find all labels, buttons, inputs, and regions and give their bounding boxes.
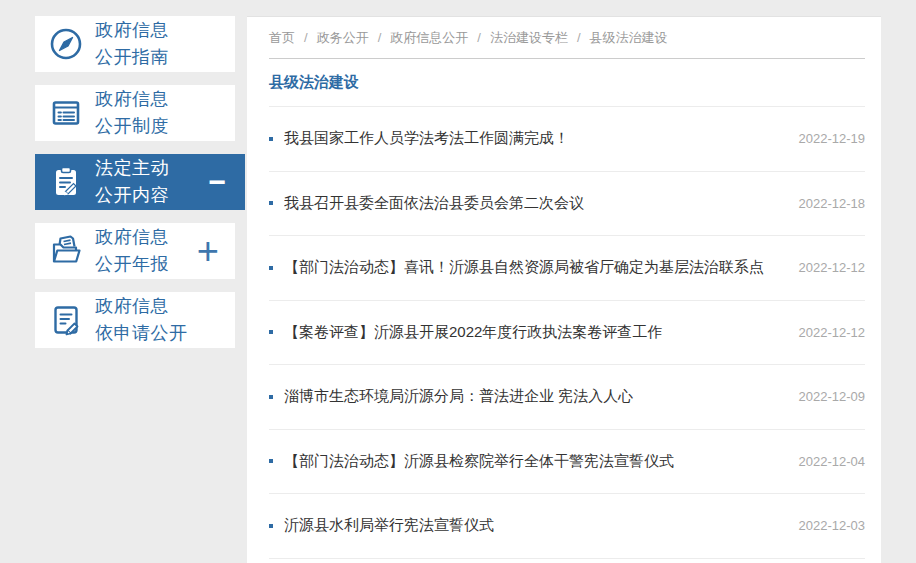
breadcrumb-home[interactable]: 首页 xyxy=(269,29,295,47)
breadcrumb-rule-of-law-column[interactable]: 法治建设专栏 xyxy=(490,29,568,47)
breadcrumb-current-page: 县级法治建设 xyxy=(590,29,668,47)
page-title: 县级法治建设 xyxy=(269,73,359,92)
article-title: 我县召开县委全面依法治县委员会第二次会议 xyxy=(284,194,785,213)
sidebar-item-label: 政府信息 公开指南 xyxy=(95,17,169,71)
sidebar-item-disclosure-on-request[interactable]: 政府信息 依申请公开 xyxy=(35,292,235,348)
sidebar-item-statutory-active-disclosure[interactable]: 法定主动 公开内容 − xyxy=(35,154,245,210)
article-date: 2022-12-04 xyxy=(799,454,866,469)
bullet-icon xyxy=(269,266,273,270)
sidebar-item-label: 法定主动 公开内容 xyxy=(95,155,169,209)
document-list-icon xyxy=(46,93,86,133)
section-header: 县级法治建设 xyxy=(269,59,865,107)
breadcrumb-separator: / xyxy=(304,30,308,45)
sidebar-item-disclosure-system[interactable]: 政府信息 公开制度 xyxy=(35,85,235,141)
expand-icon[interactable]: + xyxy=(197,232,219,270)
article-row[interactable]: 我县召开县委全面依法治县委员会第二次会议 2022-12-18 xyxy=(269,172,865,237)
content-panel: 首页 / 政务公开 / 政府信息公开 / 法治建设专栏 / 县级法治建设 县级法… xyxy=(247,16,881,563)
article-date: 2022-12-03 xyxy=(799,518,866,533)
sidebar-item-label: 政府信息 公开制度 xyxy=(95,86,169,140)
sidebar-item-annual-report[interactable]: 政府信息 公开年报 + xyxy=(35,223,235,279)
article-date: 2022-12-18 xyxy=(799,196,866,211)
breadcrumb: 首页 / 政务公开 / 政府信息公开 / 法治建设专栏 / 县级法治建设 xyxy=(269,17,865,59)
article-date: 2022-12-09 xyxy=(799,389,866,404)
article-date: 2022-12-19 xyxy=(799,131,866,146)
article-row[interactable]: 淄博市生态环境局沂源分局：普法进企业 宪法入人心 2022-12-09 xyxy=(269,365,865,430)
bullet-icon xyxy=(269,459,273,463)
article-title: 我县国家工作人员学法考法工作圆满完成！ xyxy=(284,129,785,148)
sidebar-item-label: 政府信息 公开年报 xyxy=(95,224,169,278)
breadcrumb-government-affairs[interactable]: 政务公开 xyxy=(317,29,369,47)
bullet-icon xyxy=(269,524,273,528)
breadcrumb-information-disclosure[interactable]: 政府信息公开 xyxy=(390,29,468,47)
bullet-icon xyxy=(269,201,273,205)
bullet-icon xyxy=(269,137,273,141)
article-date: 2022-12-12 xyxy=(799,325,866,340)
sidebar-item-disclosure-guide[interactable]: 政府信息 公开指南 xyxy=(35,16,235,72)
article-title: 【部门法治动态】沂源县检察院举行全体干警宪法宣誓仪式 xyxy=(284,452,785,471)
bullet-icon xyxy=(269,395,273,399)
article-row[interactable]: 【部门法治动态】喜讯！沂源县自然资源局被省厅确定为基层法治联系点 2022-12… xyxy=(269,236,865,301)
breadcrumb-separator: / xyxy=(378,30,382,45)
breadcrumb-separator: / xyxy=(577,30,581,45)
article-list: 我县国家工作人员学法考法工作圆满完成！ 2022-12-19 我县召开县委全面依… xyxy=(269,107,865,559)
article-row[interactable]: 【案卷评查】沂源县开展2022年度行政执法案卷评查工作 2022-12-12 xyxy=(269,301,865,366)
article-title: 沂源县水利局举行宪法宣誓仪式 xyxy=(284,516,785,535)
collapse-icon[interactable]: − xyxy=(208,167,226,197)
article-title: 【案卷评查】沂源县开展2022年度行政执法案卷评查工作 xyxy=(284,323,785,342)
clipboard-pencil-icon xyxy=(46,162,86,202)
article-date: 2022-12-12 xyxy=(799,260,866,275)
sidebar: 政府信息 公开指南 政府信息 公开制度 法定 xyxy=(35,16,247,361)
document-edit-icon xyxy=(46,300,86,340)
sidebar-item-label: 政府信息 依申请公开 xyxy=(95,293,188,347)
breadcrumb-separator: / xyxy=(477,30,481,45)
article-title: 【部门法治动态】喜讯！沂源县自然资源局被省厅确定为基层法治联系点 xyxy=(284,258,785,277)
article-row[interactable]: 【部门法治动态】沂源县检察院举行全体干警宪法宣誓仪式 2022-12-04 xyxy=(269,430,865,495)
article-row[interactable]: 沂源县水利局举行宪法宣誓仪式 2022-12-03 xyxy=(269,494,865,559)
compass-icon xyxy=(46,24,86,64)
bullet-icon xyxy=(269,330,273,334)
article-row[interactable]: 我县国家工作人员学法考法工作圆满完成！ 2022-12-19 xyxy=(269,107,865,172)
folder-icon xyxy=(46,231,86,271)
article-title: 淄博市生态环境局沂源分局：普法进企业 宪法入人心 xyxy=(284,387,785,406)
